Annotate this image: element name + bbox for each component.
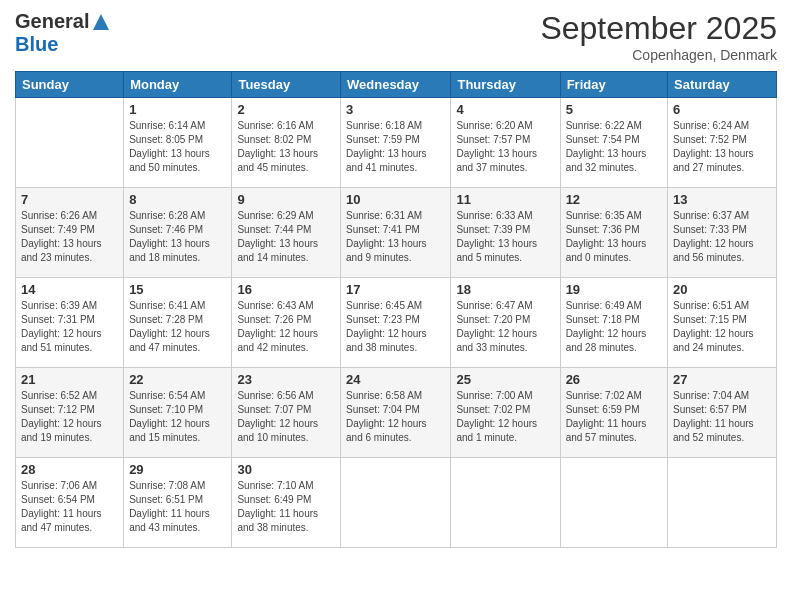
day-number: 5 <box>566 102 662 117</box>
day-info: Sunrise: 6:45 AM Sunset: 7:23 PM Dayligh… <box>346 299 445 355</box>
day-info: Sunrise: 6:14 AM Sunset: 8:05 PM Dayligh… <box>129 119 226 175</box>
day-number: 30 <box>237 462 335 477</box>
calendar-header-row: Sunday Monday Tuesday Wednesday Thursday… <box>16 72 777 98</box>
table-row: 16Sunrise: 6:43 AM Sunset: 7:26 PM Dayli… <box>232 278 341 368</box>
page-header: General Blue September 2025 Copenhagen, … <box>15 10 777 63</box>
day-number: 23 <box>237 372 335 387</box>
day-info: Sunrise: 6:47 AM Sunset: 7:20 PM Dayligh… <box>456 299 554 355</box>
day-info: Sunrise: 6:16 AM Sunset: 8:02 PM Dayligh… <box>237 119 335 175</box>
day-number: 11 <box>456 192 554 207</box>
day-info: Sunrise: 6:26 AM Sunset: 7:49 PM Dayligh… <box>21 209 118 265</box>
table-row: 25Sunrise: 7:00 AM Sunset: 7:02 PM Dayli… <box>451 368 560 458</box>
day-info: Sunrise: 7:06 AM Sunset: 6:54 PM Dayligh… <box>21 479 118 535</box>
day-info: Sunrise: 6:41 AM Sunset: 7:28 PM Dayligh… <box>129 299 226 355</box>
day-info: Sunrise: 7:10 AM Sunset: 6:49 PM Dayligh… <box>237 479 335 535</box>
day-info: Sunrise: 6:24 AM Sunset: 7:52 PM Dayligh… <box>673 119 771 175</box>
table-row: 18Sunrise: 6:47 AM Sunset: 7:20 PM Dayli… <box>451 278 560 368</box>
table-row: 3Sunrise: 6:18 AM Sunset: 7:59 PM Daylig… <box>341 98 451 188</box>
day-info: Sunrise: 6:54 AM Sunset: 7:10 PM Dayligh… <box>129 389 226 445</box>
table-row: 6Sunrise: 6:24 AM Sunset: 7:52 PM Daylig… <box>668 98 777 188</box>
header-saturday: Saturday <box>668 72 777 98</box>
header-tuesday: Tuesday <box>232 72 341 98</box>
day-number: 15 <box>129 282 226 297</box>
day-info: Sunrise: 6:33 AM Sunset: 7:39 PM Dayligh… <box>456 209 554 265</box>
day-number: 18 <box>456 282 554 297</box>
calendar-week-4: 21Sunrise: 6:52 AM Sunset: 7:12 PM Dayli… <box>16 368 777 458</box>
table-row: 17Sunrise: 6:45 AM Sunset: 7:23 PM Dayli… <box>341 278 451 368</box>
day-number: 12 <box>566 192 662 207</box>
table-row: 27Sunrise: 7:04 AM Sunset: 6:57 PM Dayli… <box>668 368 777 458</box>
header-sunday: Sunday <box>16 72 124 98</box>
table-row <box>560 458 667 548</box>
day-number: 20 <box>673 282 771 297</box>
day-number: 24 <box>346 372 445 387</box>
month-title: September 2025 <box>540 10 777 47</box>
header-wednesday: Wednesday <box>341 72 451 98</box>
calendar-week-2: 7Sunrise: 6:26 AM Sunset: 7:49 PM Daylig… <box>16 188 777 278</box>
header-monday: Monday <box>124 72 232 98</box>
day-info: Sunrise: 6:22 AM Sunset: 7:54 PM Dayligh… <box>566 119 662 175</box>
table-row: 22Sunrise: 6:54 AM Sunset: 7:10 PM Dayli… <box>124 368 232 458</box>
day-number: 29 <box>129 462 226 477</box>
table-row: 15Sunrise: 6:41 AM Sunset: 7:28 PM Dayli… <box>124 278 232 368</box>
day-info: Sunrise: 7:08 AM Sunset: 6:51 PM Dayligh… <box>129 479 226 535</box>
title-section: September 2025 Copenhagen, Denmark <box>540 10 777 63</box>
calendar-week-3: 14Sunrise: 6:39 AM Sunset: 7:31 PM Dayli… <box>16 278 777 368</box>
table-row: 13Sunrise: 6:37 AM Sunset: 7:33 PM Dayli… <box>668 188 777 278</box>
calendar-table: Sunday Monday Tuesday Wednesday Thursday… <box>15 71 777 548</box>
table-row <box>668 458 777 548</box>
day-number: 22 <box>129 372 226 387</box>
logo-general: General <box>15 10 89 33</box>
day-info: Sunrise: 6:49 AM Sunset: 7:18 PM Dayligh… <box>566 299 662 355</box>
logo: General Blue <box>15 10 111 56</box>
day-number: 2 <box>237 102 335 117</box>
day-info: Sunrise: 6:31 AM Sunset: 7:41 PM Dayligh… <box>346 209 445 265</box>
day-info: Sunrise: 6:37 AM Sunset: 7:33 PM Dayligh… <box>673 209 771 265</box>
table-row: 5Sunrise: 6:22 AM Sunset: 7:54 PM Daylig… <box>560 98 667 188</box>
day-number: 14 <box>21 282 118 297</box>
page-container: General Blue September 2025 Copenhagen, … <box>0 0 792 558</box>
table-row: 23Sunrise: 6:56 AM Sunset: 7:07 PM Dayli… <box>232 368 341 458</box>
day-number: 28 <box>21 462 118 477</box>
day-number: 13 <box>673 192 771 207</box>
day-number: 1 <box>129 102 226 117</box>
table-row: 12Sunrise: 6:35 AM Sunset: 7:36 PM Dayli… <box>560 188 667 278</box>
table-row: 4Sunrise: 6:20 AM Sunset: 7:57 PM Daylig… <box>451 98 560 188</box>
day-info: Sunrise: 7:00 AM Sunset: 7:02 PM Dayligh… <box>456 389 554 445</box>
table-row <box>341 458 451 548</box>
table-row: 9Sunrise: 6:29 AM Sunset: 7:44 PM Daylig… <box>232 188 341 278</box>
table-row <box>451 458 560 548</box>
day-info: Sunrise: 6:29 AM Sunset: 7:44 PM Dayligh… <box>237 209 335 265</box>
table-row <box>16 98 124 188</box>
table-row: 2Sunrise: 6:16 AM Sunset: 8:02 PM Daylig… <box>232 98 341 188</box>
header-thursday: Thursday <box>451 72 560 98</box>
day-info: Sunrise: 6:28 AM Sunset: 7:46 PM Dayligh… <box>129 209 226 265</box>
logo-blue: Blue <box>15 33 58 56</box>
table-row: 8Sunrise: 6:28 AM Sunset: 7:46 PM Daylig… <box>124 188 232 278</box>
location-subtitle: Copenhagen, Denmark <box>540 47 777 63</box>
day-number: 7 <box>21 192 118 207</box>
table-row: 26Sunrise: 7:02 AM Sunset: 6:59 PM Dayli… <box>560 368 667 458</box>
day-number: 4 <box>456 102 554 117</box>
day-number: 25 <box>456 372 554 387</box>
day-info: Sunrise: 6:58 AM Sunset: 7:04 PM Dayligh… <box>346 389 445 445</box>
day-number: 8 <box>129 192 226 207</box>
table-row: 14Sunrise: 6:39 AM Sunset: 7:31 PM Dayli… <box>16 278 124 368</box>
table-row: 30Sunrise: 7:10 AM Sunset: 6:49 PM Dayli… <box>232 458 341 548</box>
day-info: Sunrise: 6:18 AM Sunset: 7:59 PM Dayligh… <box>346 119 445 175</box>
table-row: 11Sunrise: 6:33 AM Sunset: 7:39 PM Dayli… <box>451 188 560 278</box>
day-info: Sunrise: 7:04 AM Sunset: 6:57 PM Dayligh… <box>673 389 771 445</box>
logo-icon <box>91 12 111 32</box>
table-row: 7Sunrise: 6:26 AM Sunset: 7:49 PM Daylig… <box>16 188 124 278</box>
day-number: 17 <box>346 282 445 297</box>
day-info: Sunrise: 6:43 AM Sunset: 7:26 PM Dayligh… <box>237 299 335 355</box>
header-friday: Friday <box>560 72 667 98</box>
day-info: Sunrise: 6:35 AM Sunset: 7:36 PM Dayligh… <box>566 209 662 265</box>
table-row: 10Sunrise: 6:31 AM Sunset: 7:41 PM Dayli… <box>341 188 451 278</box>
day-info: Sunrise: 7:02 AM Sunset: 6:59 PM Dayligh… <box>566 389 662 445</box>
table-row: 21Sunrise: 6:52 AM Sunset: 7:12 PM Dayli… <box>16 368 124 458</box>
day-info: Sunrise: 6:39 AM Sunset: 7:31 PM Dayligh… <box>21 299 118 355</box>
day-number: 16 <box>237 282 335 297</box>
table-row: 24Sunrise: 6:58 AM Sunset: 7:04 PM Dayli… <box>341 368 451 458</box>
day-number: 27 <box>673 372 771 387</box>
